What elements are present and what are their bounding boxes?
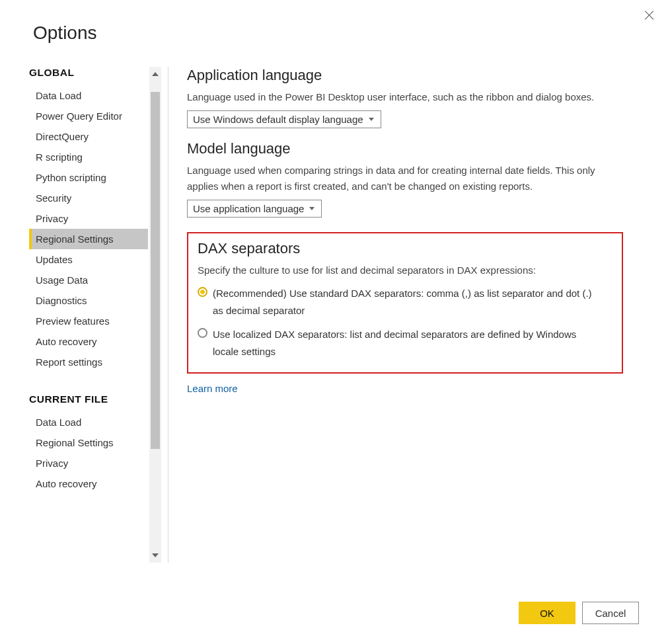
- radio-icon: [198, 287, 207, 297]
- sidebar-item-usage-data[interactable]: Usage Data: [29, 270, 148, 290]
- model-language-value: Use application language: [193, 203, 304, 214]
- chevron-down-icon: [369, 118, 374, 121]
- cancel-button[interactable]: Cancel: [582, 602, 639, 624]
- scroll-arrow-up-icon[interactable]: [149, 67, 161, 81]
- application-language-select[interactable]: Use Windows default display language: [187, 110, 381, 128]
- dax-radio-standard-label: (Recommended) Use standard DAX separator…: [213, 285, 596, 319]
- model-language-description: Language used when comparing strings in …: [187, 163, 623, 194]
- sidebar-item-directquery[interactable]: DirectQuery: [29, 126, 148, 147]
- dax-radio-localized-label: Use localized DAX separators: list and d…: [213, 326, 596, 360]
- sidebar-item-privacy[interactable]: Privacy: [29, 208, 148, 229]
- close-icon[interactable]: [643, 9, 655, 21]
- sidebar-item-security[interactable]: Security: [29, 188, 148, 208]
- sidebar-item-report-settings[interactable]: Report settings: [29, 352, 148, 372]
- settings-pane: Application language Language used in th…: [187, 67, 623, 563]
- scroll-arrow-down-icon[interactable]: [149, 548, 161, 563]
- sidebar-item-updates[interactable]: Updates: [29, 249, 148, 270]
- vertical-divider: [168, 67, 168, 563]
- sidebar-item-r-scripting[interactable]: R scripting: [29, 147, 148, 167]
- sidebar-item-python-scripting[interactable]: Python scripting: [29, 167, 148, 188]
- dax-separators-description: Specify the culture to use for list and …: [198, 262, 612, 278]
- dax-radio-localized[interactable]: Use localized DAX separators: list and d…: [198, 326, 612, 360]
- sidebar-item-regional-settings[interactable]: Regional Settings: [29, 229, 148, 249]
- sidebar-item-data-load[interactable]: Data Load: [29, 85, 148, 106]
- sidebar-header-current-file: CURRENT FILE: [29, 393, 148, 405]
- dax-separators-highlight: DAX separators Specify the culture to us…: [187, 232, 623, 374]
- sidebar-item-current-regional-settings[interactable]: Regional Settings: [29, 432, 148, 453]
- dialog-title: Options: [0, 0, 668, 44]
- scrollbar-thumb[interactable]: [151, 92, 160, 449]
- sidebar-item-preview-features[interactable]: Preview features: [29, 311, 148, 331]
- application-language-description: Language used in the Power BI Desktop us…: [187, 89, 623, 105]
- sidebar: GLOBAL Data LoadPower Query EditorDirect…: [29, 67, 148, 563]
- ok-button[interactable]: OK: [519, 602, 575, 624]
- model-language-heading: Model language: [187, 140, 623, 157]
- application-language-value: Use Windows default display language: [193, 114, 363, 125]
- radio-icon: [198, 328, 207, 338]
- sidebar-item-current-data-load[interactable]: Data Load: [29, 412, 148, 432]
- sidebar-scrollbar[interactable]: [149, 67, 161, 563]
- dax-separators-heading: DAX separators: [198, 240, 612, 257]
- learn-more-link[interactable]: Learn more: [187, 383, 238, 394]
- sidebar-item-diagnostics[interactable]: Diagnostics: [29, 290, 148, 311]
- sidebar-item-current-privacy[interactable]: Privacy: [29, 453, 148, 473]
- sidebar-item-auto-recovery[interactable]: Auto recovery: [29, 331, 148, 352]
- application-language-heading: Application language: [187, 67, 623, 84]
- sidebar-item-current-auto-recovery[interactable]: Auto recovery: [29, 473, 148, 494]
- sidebar-header-global: GLOBAL: [29, 67, 148, 79]
- chevron-down-icon: [309, 207, 315, 210]
- dax-radio-standard[interactable]: (Recommended) Use standard DAX separator…: [198, 285, 612, 319]
- model-language-select[interactable]: Use application language: [187, 200, 322, 218]
- sidebar-item-power-query-editor[interactable]: Power Query Editor: [29, 106, 148, 126]
